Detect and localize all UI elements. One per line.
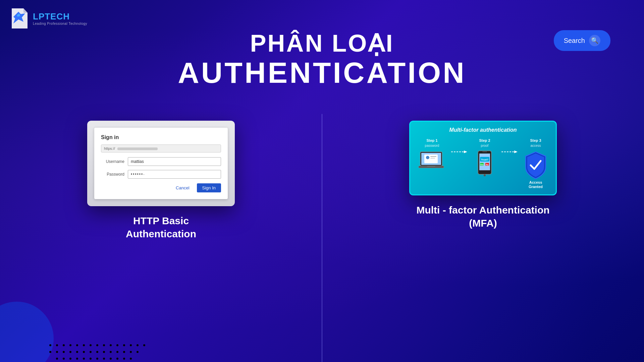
username-row: Username mattias bbox=[101, 157, 221, 166]
password-row: Password ••••••· bbox=[101, 170, 221, 179]
content-area: Sign in https:// Username mattias Passwo… bbox=[0, 114, 644, 362]
main-title: PHÂN LOẠI AUTHENTICATION bbox=[0, 30, 644, 89]
access-granted-text: AccessGranted bbox=[529, 180, 543, 189]
signin-button[interactable]: Sign In bbox=[197, 183, 221, 192]
http-label-line2: Authentication bbox=[126, 227, 196, 240]
logo-text: LPTECH Leading Professional Technology bbox=[33, 11, 87, 25]
title-line1: PHÂN LOẠI bbox=[0, 30, 644, 57]
logo-brand-text: LPTECH bbox=[33, 11, 70, 21]
svg-rect-6 bbox=[430, 156, 436, 157]
http-panel-label: HTTP Basic Authentication bbox=[126, 214, 196, 240]
svg-marker-11 bbox=[464, 150, 467, 153]
svg-text:No: No bbox=[486, 164, 489, 166]
url-bar: https:// bbox=[101, 144, 221, 153]
svg-rect-9 bbox=[427, 166, 435, 167]
password-label: Password bbox=[101, 172, 124, 177]
svg-text:Trust?: Trust? bbox=[481, 159, 488, 161]
http-label-line1: HTTP Basic bbox=[126, 214, 196, 227]
svg-point-15 bbox=[484, 174, 486, 176]
mfa-steps: Step 1 password bbox=[417, 138, 549, 189]
search-button[interactable]: Search 🔍 bbox=[554, 30, 610, 51]
http-basic-card: Sign in https:// Username mattias Passwo… bbox=[87, 121, 235, 206]
svg-marker-23 bbox=[514, 150, 518, 153]
left-panel: Sign in https:// Username mattias Passwo… bbox=[0, 114, 322, 362]
password-input[interactable]: ••••••· bbox=[128, 170, 221, 179]
logo-area: LPTECH Leading Professional Technology bbox=[7, 7, 87, 30]
username-label: Username bbox=[101, 159, 124, 164]
step1-sublabel: password bbox=[425, 144, 439, 147]
phone-icon: Trust? Yes No bbox=[476, 150, 493, 177]
svg-rect-13 bbox=[479, 154, 490, 170]
logo-tagline: Leading Professional Technology bbox=[33, 22, 87, 25]
mfa-step-2: Step 2 proof Trust? bbox=[472, 138, 497, 177]
mfa-card: Multi-factor authentication Step 1 passw… bbox=[409, 121, 557, 195]
form-buttons: Cancel Sign In bbox=[101, 183, 221, 192]
svg-rect-14 bbox=[482, 152, 487, 152]
step2-label: Step 2 bbox=[479, 138, 490, 142]
step1-label: Step 1 bbox=[426, 138, 437, 142]
logo-brand: LPTECH bbox=[33, 11, 87, 22]
laptop-icon bbox=[417, 150, 447, 174]
username-input[interactable]: mattias bbox=[128, 157, 221, 166]
step3-sublabel: access bbox=[530, 144, 541, 147]
sign-in-dialog: Sign in https:// Username mattias Passwo… bbox=[94, 128, 228, 199]
mfa-label-line2: (MFA) bbox=[416, 217, 549, 230]
svg-rect-4 bbox=[424, 155, 438, 163]
svg-marker-1 bbox=[23, 8, 28, 13]
mfa-panel-label: Multi - factor Authentication (MFA) bbox=[416, 203, 549, 230]
logo-icon bbox=[7, 7, 30, 30]
search-icon: 🔍 bbox=[589, 35, 600, 46]
right-panel: Multi-factor authentication Step 1 passw… bbox=[322, 114, 644, 362]
svg-text:Yes: Yes bbox=[480, 164, 484, 166]
step3-label: Step 3 bbox=[530, 138, 541, 142]
svg-point-5 bbox=[426, 156, 429, 159]
sign-in-title: Sign in bbox=[101, 134, 221, 140]
mfa-step-3: Step 3 access AccessGranted bbox=[522, 138, 549, 189]
step2-sublabel: proof bbox=[481, 144, 489, 147]
svg-rect-7 bbox=[430, 158, 435, 159]
shield-icon bbox=[522, 150, 549, 180]
arrow-2 bbox=[500, 138, 520, 155]
title-line2: AUTHENTICATION bbox=[0, 57, 644, 89]
mfa-step-1: Step 1 password bbox=[417, 138, 447, 174]
mfa-label-line1: Multi - factor Authentication bbox=[416, 203, 549, 217]
search-label: Search bbox=[564, 37, 585, 45]
arrow-1 bbox=[450, 138, 469, 155]
url-value: https:// bbox=[104, 146, 115, 150]
cancel-button[interactable]: Cancel bbox=[172, 183, 193, 192]
mfa-card-title: Multi-factor authentication bbox=[417, 127, 549, 133]
